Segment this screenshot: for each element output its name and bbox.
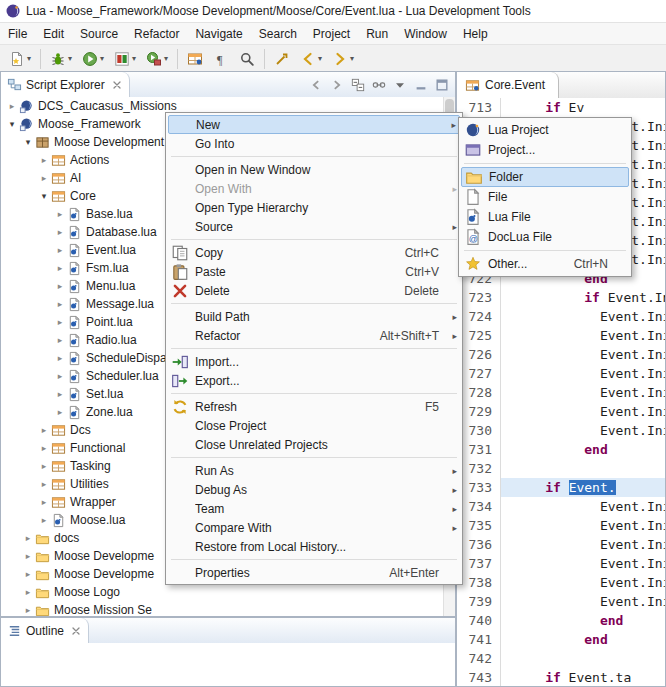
code-line-726[interactable]: 726 Event.Initi — [457, 345, 665, 364]
collapsed-arrow-icon[interactable]: ▸ — [37, 461, 51, 471]
menu-item-other[interactable]: Other...Ctrl+N — [461, 254, 629, 274]
menu-item-open-with[interactable]: Open With▸ — [168, 179, 460, 198]
code-line-723[interactable]: 723 if Event.Ini — [457, 288, 665, 307]
menu-item-debug-as[interactable]: Debug As▸ — [168, 480, 460, 499]
expanded-arrow-icon[interactable]: ▾ — [37, 191, 51, 201]
collapsed-arrow-icon[interactable]: ▸ — [53, 227, 67, 237]
menubar-item-project[interactable]: Project — [305, 25, 358, 43]
collapsed-arrow-icon[interactable]: ▸ — [37, 155, 51, 165]
line-number[interactable]: 731 — [457, 440, 501, 459]
code-line-725[interactable]: 725 Event.Initi — [457, 326, 665, 345]
link-with-editor-button[interactable] — [369, 75, 389, 95]
outline-tab[interactable]: Outline — [1, 618, 89, 643]
menubar-item-search[interactable]: Search — [251, 25, 305, 43]
line-number[interactable]: 737 — [457, 554, 501, 573]
line-number[interactable]: 729 — [457, 402, 501, 421]
script-explorer-tab[interactable]: Script Explorer — [1, 72, 130, 97]
collapsed-arrow-icon[interactable]: ▸ — [5, 101, 19, 111]
line-number[interactable]: 725 — [457, 326, 501, 345]
line-number[interactable]: 726 — [457, 345, 501, 364]
code-line-733[interactable]: 733 if Event. — [457, 478, 665, 497]
collapsed-arrow-icon[interactable]: ▸ — [21, 605, 35, 615]
coverage-button[interactable]: ▾ — [110, 47, 140, 71]
code-line-728[interactable]: 728 Event.Initi — [457, 383, 665, 402]
dropdown-arrow-icon[interactable]: ▾ — [68, 54, 72, 63]
expanded-arrow-icon[interactable]: ▾ — [21, 137, 35, 147]
dropdown-arrow-icon[interactable]: ▾ — [164, 54, 168, 63]
menu-item-new[interactable]: New▸ — [168, 115, 460, 134]
menu-item-import[interactable]: Import... — [168, 352, 460, 371]
menu-item-source[interactable]: Source▸ — [168, 217, 460, 236]
debug-button[interactable]: ▾ — [46, 47, 76, 71]
collapsed-arrow-icon[interactable]: ▸ — [53, 263, 67, 273]
maximize-button[interactable] — [432, 75, 452, 95]
external-tools-button[interactable]: ▾ — [142, 47, 172, 71]
menu-item-close-unrelated-projects[interactable]: Close Unrelated Projects — [168, 435, 460, 454]
menu-item-go-into[interactable]: Go Into — [168, 134, 460, 153]
menu-item-export[interactable]: Export... — [168, 371, 460, 390]
code-line-724[interactable]: 724 Event.Initi — [457, 307, 665, 326]
line-number[interactable]: 740 — [457, 611, 501, 630]
line-number[interactable]: 741 — [457, 630, 501, 649]
line-number[interactable]: 735 — [457, 516, 501, 535]
menubar-item-navigate[interactable]: Navigate — [187, 25, 250, 43]
code-line-739[interactable]: 739 Event.Initi — [457, 592, 665, 611]
menubar-item-refactor[interactable]: Refactor — [126, 25, 187, 43]
code-line-743[interactable]: 743 if Event.ta — [457, 668, 665, 686]
line-number[interactable]: 713 — [457, 98, 501, 117]
code-line-732[interactable]: 732 — [457, 459, 665, 478]
collapsed-arrow-icon[interactable]: ▸ — [21, 569, 35, 579]
menubar-item-file[interactable]: File — [0, 25, 35, 43]
menu-item-properties[interactable]: PropertiesAlt+Enter — [168, 563, 460, 582]
view-menu-button[interactable] — [390, 75, 410, 95]
menu-item-delete[interactable]: DeleteDelete — [168, 281, 460, 300]
menu-item-lua-project[interactable]: Lua Project — [461, 120, 629, 140]
nav-forward-button[interactable] — [327, 75, 347, 95]
line-number[interactable]: 723 — [457, 288, 501, 307]
collapsed-arrow-icon[interactable]: ▸ — [37, 515, 51, 525]
collapsed-arrow-icon[interactable]: ▸ — [37, 497, 51, 507]
run-button[interactable]: ▾ — [78, 47, 108, 71]
collapsed-arrow-icon[interactable]: ▸ — [21, 587, 35, 597]
line-number[interactable]: 742 — [457, 649, 501, 668]
collapsed-arrow-icon[interactable]: ▸ — [21, 551, 35, 561]
line-number[interactable]: 727 — [457, 364, 501, 383]
code-line-737[interactable]: 737 Event.Initi — [457, 554, 665, 573]
back-button[interactable]: ▾ — [296, 47, 326, 71]
tree-item-moose-logo[interactable]: ▸Moose Logo — [1, 583, 444, 601]
collapsed-arrow-icon[interactable]: ▸ — [53, 335, 67, 345]
menu-item-close-project[interactable]: Close Project — [168, 416, 460, 435]
close-icon[interactable] — [70, 625, 82, 637]
editor-tab-core-event[interactable]: Core.Event — [457, 72, 559, 98]
new-wizard-button[interactable]: ▾ — [5, 47, 35, 71]
menubar-item-edit[interactable]: Edit — [35, 25, 72, 43]
code-line-713[interactable]: 713 if Ev — [457, 98, 665, 117]
collapsed-arrow-icon[interactable]: ▸ — [53, 245, 67, 255]
menu-item-build-path[interactable]: Build Path▸ — [168, 307, 460, 326]
menu-item-lua-file[interactable]: Lua File — [461, 207, 629, 227]
line-number[interactable]: 738 — [457, 573, 501, 592]
collapsed-arrow-icon[interactable]: ▸ — [37, 479, 51, 489]
collapsed-arrow-icon[interactable]: ▸ — [53, 281, 67, 291]
code-line-729[interactable]: 729 Event.Initi — [457, 402, 665, 421]
collapsed-arrow-icon[interactable]: ▸ — [37, 425, 51, 435]
collapse-all-button[interactable] — [348, 75, 368, 95]
menu-item-file[interactable]: File — [461, 187, 629, 207]
line-number[interactable]: 736 — [457, 535, 501, 554]
close-icon[interactable] — [111, 79, 123, 91]
show-whitespace-button[interactable]: ¶ — [209, 47, 233, 71]
line-number[interactable]: 728 — [457, 383, 501, 402]
menubar-item-run[interactable]: Run — [358, 25, 396, 43]
menu-item-paste[interactable]: PasteCtrl+V — [168, 262, 460, 281]
code-line-731[interactable]: 731 end — [457, 440, 665, 459]
menu-item-folder[interactable]: Folder — [461, 167, 629, 187]
collapsed-arrow-icon[interactable]: ▸ — [53, 299, 67, 309]
tree-item-moose-mission-se[interactable]: ▸Moose Mission Se — [1, 601, 444, 616]
menu-item-compare-with[interactable]: Compare With▸ — [168, 518, 460, 537]
line-number[interactable]: 739 — [457, 592, 501, 611]
last-edit-location-button[interactable] — [270, 47, 294, 71]
dropdown-arrow-icon[interactable]: ▾ — [318, 54, 322, 63]
forward-button[interactable]: ▾ — [328, 47, 358, 71]
menu-item-project[interactable]: Project... — [461, 140, 629, 160]
menu-item-copy[interactable]: CopyCtrl+C — [168, 243, 460, 262]
